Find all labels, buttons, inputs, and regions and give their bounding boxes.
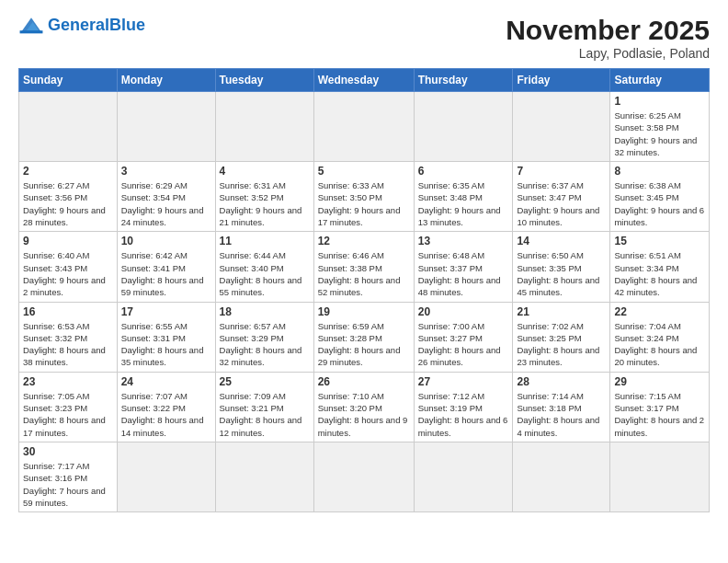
calendar-header: SundayMondayTuesdayWednesdayThursdayFrid… bbox=[19, 69, 710, 92]
day-number: 30 bbox=[23, 445, 113, 458]
day-number: 15 bbox=[614, 235, 705, 247]
day-info: Sunrise: 7:10 AM Sunset: 3:20 PM Dayligh… bbox=[318, 390, 410, 439]
day-number: 10 bbox=[121, 235, 211, 247]
day-number: 5 bbox=[318, 165, 410, 178]
weekday-header-friday: Friday bbox=[513, 69, 610, 92]
calendar-cell: 7Sunrise: 6:37 AM Sunset: 3:47 PM Daylig… bbox=[513, 162, 610, 232]
day-info: Sunrise: 7:05 AM Sunset: 3:23 PM Dayligh… bbox=[23, 390, 113, 439]
day-number: 18 bbox=[220, 305, 310, 318]
svg-rect-2 bbox=[20, 30, 43, 33]
calendar-cell: 8Sunrise: 6:38 AM Sunset: 3:45 PM Daylig… bbox=[610, 162, 710, 232]
day-number: 1 bbox=[614, 95, 705, 108]
day-info: Sunrise: 6:55 AM Sunset: 3:31 PM Dayligh… bbox=[121, 320, 211, 369]
calendar-cell: 2Sunrise: 6:27 AM Sunset: 3:56 PM Daylig… bbox=[19, 162, 118, 232]
calendar-cell: 28Sunrise: 7:14 AM Sunset: 3:18 PM Dayli… bbox=[513, 372, 610, 442]
day-info: Sunrise: 7:07 AM Sunset: 3:22 PM Dayligh… bbox=[121, 390, 211, 439]
day-number: 8 bbox=[614, 165, 705, 178]
calendar-cell: 9Sunrise: 6:40 AM Sunset: 3:43 PM Daylig… bbox=[19, 232, 118, 302]
weekday-header-sunday: Sunday bbox=[19, 69, 118, 92]
day-info: Sunrise: 6:53 AM Sunset: 3:32 PM Dayligh… bbox=[23, 320, 113, 369]
day-number: 23 bbox=[23, 375, 113, 388]
header: GeneralBlue November 2025 Lapy, Podlasie… bbox=[18, 15, 710, 61]
calendar-cell: 25Sunrise: 7:09 AM Sunset: 3:21 PM Dayli… bbox=[215, 372, 313, 442]
day-info: Sunrise: 6:29 AM Sunset: 3:54 PM Dayligh… bbox=[121, 179, 211, 228]
day-info: Sunrise: 6:33 AM Sunset: 3:50 PM Dayligh… bbox=[318, 179, 410, 228]
day-info: Sunrise: 7:09 AM Sunset: 3:21 PM Dayligh… bbox=[220, 390, 310, 439]
calendar-cell: 17Sunrise: 6:55 AM Sunset: 3:31 PM Dayli… bbox=[117, 302, 215, 372]
calendar-cell: 1Sunrise: 6:25 AM Sunset: 3:58 PM Daylig… bbox=[610, 92, 710, 162]
day-info: Sunrise: 7:00 AM Sunset: 3:27 PM Dayligh… bbox=[418, 320, 509, 369]
calendar-cell: 20Sunrise: 7:00 AM Sunset: 3:27 PM Dayli… bbox=[414, 302, 513, 372]
day-number: 9 bbox=[23, 235, 113, 247]
day-info: Sunrise: 6:37 AM Sunset: 3:47 PM Dayligh… bbox=[517, 179, 606, 228]
day-number: 28 bbox=[517, 375, 606, 388]
location: Lapy, Podlasie, Poland bbox=[506, 46, 710, 61]
weekday-header-saturday: Saturday bbox=[610, 69, 710, 92]
day-number: 4 bbox=[220, 165, 310, 178]
calendar: SundayMondayTuesdayWednesdayThursdayFrid… bbox=[18, 68, 710, 512]
calendar-cell bbox=[215, 92, 313, 162]
day-number: 26 bbox=[318, 375, 410, 388]
day-info: Sunrise: 6:35 AM Sunset: 3:48 PM Dayligh… bbox=[418, 179, 509, 228]
calendar-cell: 30Sunrise: 7:17 AM Sunset: 3:16 PM Dayli… bbox=[19, 442, 118, 511]
calendar-cell: 10Sunrise: 6:42 AM Sunset: 3:41 PM Dayli… bbox=[117, 232, 215, 302]
day-number: 17 bbox=[121, 305, 211, 318]
day-info: Sunrise: 6:31 AM Sunset: 3:52 PM Dayligh… bbox=[220, 179, 310, 228]
weekday-header-thursday: Thursday bbox=[414, 69, 513, 92]
calendar-cell: 22Sunrise: 7:04 AM Sunset: 3:24 PM Dayli… bbox=[610, 302, 710, 372]
logo-text: GeneralBlue bbox=[48, 16, 145, 35]
day-info: Sunrise: 6:42 AM Sunset: 3:41 PM Dayligh… bbox=[121, 249, 211, 298]
calendar-cell: 13Sunrise: 6:48 AM Sunset: 3:37 PM Dayli… bbox=[414, 232, 513, 302]
day-info: Sunrise: 6:50 AM Sunset: 3:35 PM Dayligh… bbox=[517, 249, 606, 298]
calendar-week-2: 9Sunrise: 6:40 AM Sunset: 3:43 PM Daylig… bbox=[19, 232, 710, 302]
day-info: Sunrise: 6:48 AM Sunset: 3:37 PM Dayligh… bbox=[418, 249, 509, 298]
calendar-cell: 29Sunrise: 7:15 AM Sunset: 3:17 PM Dayli… bbox=[610, 372, 710, 442]
day-number: 19 bbox=[318, 305, 410, 318]
calendar-cell bbox=[117, 92, 215, 162]
day-number: 22 bbox=[614, 305, 705, 318]
day-number: 14 bbox=[517, 235, 606, 247]
day-info: Sunrise: 6:59 AM Sunset: 3:28 PM Dayligh… bbox=[318, 320, 410, 369]
weekday-row: SundayMondayTuesdayWednesdayThursdayFrid… bbox=[19, 69, 710, 92]
calendar-cell: 14Sunrise: 6:50 AM Sunset: 3:35 PM Dayli… bbox=[513, 232, 610, 302]
day-number: 24 bbox=[121, 375, 211, 388]
calendar-cell: 19Sunrise: 6:59 AM Sunset: 3:28 PM Dayli… bbox=[313, 302, 414, 372]
title-block: November 2025 Lapy, Podlasie, Poland bbox=[506, 15, 710, 61]
weekday-header-wednesday: Wednesday bbox=[313, 69, 414, 92]
calendar-week-5: 30Sunrise: 7:17 AM Sunset: 3:16 PM Dayli… bbox=[19, 442, 710, 511]
calendar-cell: 4Sunrise: 6:31 AM Sunset: 3:52 PM Daylig… bbox=[215, 162, 313, 232]
day-info: Sunrise: 7:14 AM Sunset: 3:18 PM Dayligh… bbox=[517, 390, 606, 439]
calendar-cell bbox=[414, 442, 513, 511]
day-number: 2 bbox=[23, 165, 113, 178]
day-number: 27 bbox=[418, 375, 509, 388]
day-info: Sunrise: 7:15 AM Sunset: 3:17 PM Dayligh… bbox=[614, 390, 705, 439]
day-info: Sunrise: 7:02 AM Sunset: 3:25 PM Dayligh… bbox=[517, 320, 606, 369]
day-info: Sunrise: 6:27 AM Sunset: 3:56 PM Dayligh… bbox=[23, 179, 113, 228]
calendar-cell bbox=[513, 92, 610, 162]
day-number: 12 bbox=[318, 235, 410, 247]
day-info: Sunrise: 7:04 AM Sunset: 3:24 PM Dayligh… bbox=[614, 320, 705, 369]
calendar-cell bbox=[610, 442, 710, 511]
page: GeneralBlue November 2025 Lapy, Podlasie… bbox=[0, 0, 728, 563]
day-info: Sunrise: 6:40 AM Sunset: 3:43 PM Dayligh… bbox=[23, 249, 113, 298]
calendar-cell: 11Sunrise: 6:44 AM Sunset: 3:40 PM Dayli… bbox=[215, 232, 313, 302]
day-number: 16 bbox=[23, 305, 113, 318]
weekday-header-monday: Monday bbox=[117, 69, 215, 92]
calendar-cell: 24Sunrise: 7:07 AM Sunset: 3:22 PM Dayli… bbox=[117, 372, 215, 442]
calendar-cell: 3Sunrise: 6:29 AM Sunset: 3:54 PM Daylig… bbox=[117, 162, 215, 232]
day-number: 25 bbox=[220, 375, 310, 388]
calendar-cell bbox=[513, 442, 610, 511]
day-info: Sunrise: 6:25 AM Sunset: 3:58 PM Dayligh… bbox=[614, 109, 705, 158]
day-number: 20 bbox=[418, 305, 509, 318]
calendar-cell: 23Sunrise: 7:05 AM Sunset: 3:23 PM Dayli… bbox=[19, 372, 118, 442]
calendar-cell bbox=[19, 92, 118, 162]
day-number: 13 bbox=[418, 235, 509, 247]
logo-general: General bbox=[48, 16, 109, 34]
calendar-cell: 18Sunrise: 6:57 AM Sunset: 3:29 PM Dayli… bbox=[215, 302, 313, 372]
day-info: Sunrise: 7:12 AM Sunset: 3:19 PM Dayligh… bbox=[418, 390, 509, 439]
calendar-week-0: 1Sunrise: 6:25 AM Sunset: 3:58 PM Daylig… bbox=[19, 92, 710, 162]
day-info: Sunrise: 6:46 AM Sunset: 3:38 PM Dayligh… bbox=[318, 249, 410, 298]
calendar-cell: 15Sunrise: 6:51 AM Sunset: 3:34 PM Dayli… bbox=[610, 232, 710, 302]
logo: GeneralBlue bbox=[18, 15, 145, 35]
day-info: Sunrise: 6:51 AM Sunset: 3:34 PM Dayligh… bbox=[614, 249, 705, 298]
